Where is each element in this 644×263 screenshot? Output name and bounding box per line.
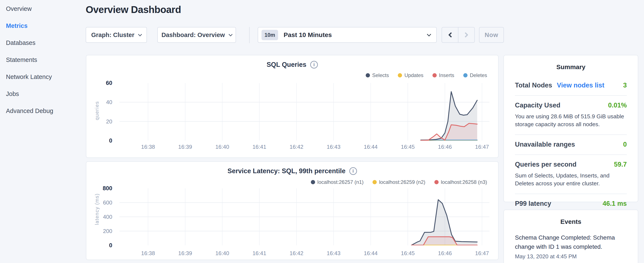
chevron-down-icon (427, 32, 431, 36)
chart-title: Service Latency: SQL, 99th percentile (228, 167, 346, 175)
summary-row-unavailable-ranges: Unavailable ranges 0 (515, 134, 627, 154)
summary-row-value: 3 (623, 82, 627, 89)
page-title: Overview Dashboard (86, 4, 181, 15)
y-tick-label: 600 (95, 199, 112, 206)
service-latency-chart-card: Service Latency: SQL, 99th percentile i … (86, 161, 498, 260)
time-window-label: Past 10 Minutes (284, 31, 332, 39)
legend-item[interactable]: localhost:26258 (n3) (434, 179, 487, 185)
chart-legend: SelectsUpdatesInsertsDeletes (366, 72, 487, 78)
legend-label: Deletes (470, 72, 487, 78)
sidebar-item-jobs[interactable]: Jobs (6, 91, 85, 97)
info-icon[interactable]: i (310, 61, 318, 69)
sidebar-item-advanced-debug[interactable]: Advanced Debug (6, 108, 85, 114)
x-tick-label: 16:43 (326, 250, 340, 256)
sidebar-item-network-latency[interactable]: Network Latency (6, 74, 85, 80)
x-tick-label: 16:39 (178, 144, 192, 150)
y-tick-label: 20 (95, 118, 112, 125)
x-tick-label: 16:45 (401, 250, 415, 256)
toolbar-divider (249, 27, 250, 43)
dashboard-dropdown[interactable]: Dashboard: Overview (157, 27, 236, 43)
summary-row-value: 0.01% (608, 102, 627, 109)
x-tick-label: 16:39 (178, 250, 192, 256)
event-message: Schema Change Completed: Schema change w… (515, 233, 627, 251)
legend-label: localhost:26258 (n3) (441, 179, 487, 185)
now-button[interactable]: Now (479, 27, 504, 43)
info-icon[interactable]: i (349, 167, 357, 175)
sidebar-item-overview[interactable]: Overview (6, 6, 85, 12)
legend-label: Updates (404, 72, 423, 78)
x-tick-label: 16:44 (364, 250, 378, 256)
legend-dot-icon (434, 180, 438, 184)
time-nav-group (442, 27, 475, 43)
x-tick-label: 16:45 (401, 144, 415, 150)
summary-row-queries-per-second: Queries per second 59.7 Sum of Selects, … (515, 154, 627, 194)
sidebar-item-metrics[interactable]: Metrics (6, 23, 85, 29)
summary-row-value: 0 (623, 141, 627, 148)
legend-item[interactable]: localhost:26257 (n1) (311, 179, 364, 185)
legend-item[interactable]: Deletes (463, 72, 487, 78)
summary-row-value: 59.7 (614, 161, 627, 168)
summary-row-label: Unavailable ranges (515, 141, 575, 148)
dashboard-dropdown-label: Dashboard: Overview (161, 32, 225, 39)
summary-row-label: P99 latency (515, 200, 551, 207)
x-tick-label: 16:46 (438, 144, 452, 150)
x-tick-label: 16:38 (141, 250, 155, 256)
y-tick-label: 200 (95, 228, 112, 234)
summary-row-label: Queries per second (515, 161, 576, 168)
y-tick-label: 800 (95, 185, 112, 192)
legend-label: localhost:26259 (n2) (379, 179, 425, 185)
overview-dashboard-page: { "sidebar": { "items": [ {"label": "Ove… (0, 0, 644, 263)
legend-label: localhost:26257 (n1) (318, 179, 364, 185)
graph-dropdown[interactable]: Graph: Cluster (86, 27, 147, 43)
sidebar-item-databases[interactable]: Databases (6, 40, 85, 46)
event-item[interactable]: Schema Change Completed: Schema change w… (504, 225, 638, 260)
time-prev-button[interactable] (442, 28, 458, 42)
x-tick-label: 16:44 (364, 144, 378, 150)
x-tick-label: 16:40 (216, 250, 229, 256)
x-tick-label: 16:41 (252, 144, 266, 150)
x-tick-label: 16:42 (290, 250, 304, 256)
y-tick-label: 0 (95, 137, 112, 144)
x-tick-label: 16:41 (252, 250, 266, 256)
x-tick-label: 16:47 (475, 144, 489, 150)
legend-dot-icon (366, 73, 370, 78)
view-nodes-list-link[interactable]: View nodes list (557, 82, 604, 89)
x-tick-label: 16:43 (326, 144, 340, 150)
time-next-button[interactable] (458, 28, 474, 42)
summary-row-value: 46.1 ms (602, 200, 627, 207)
events-panel: Events Schema Change Completed: Schema c… (504, 210, 638, 263)
summary-panel: Summary Total Nodes View nodes list 3 Ca… (504, 55, 638, 202)
y-tick-label: 400 (95, 214, 112, 220)
legend-dot-icon (398, 73, 402, 78)
chevron-down-icon (228, 32, 232, 36)
x-tick-label: 16:46 (438, 250, 452, 256)
legend-item[interactable]: Updates (398, 72, 423, 78)
summary-row-total-nodes: Total Nodes View nodes list 3 (515, 76, 627, 95)
legend-item[interactable]: Selects (366, 72, 389, 78)
sidebar: Overview Metrics Databases Statements Ne… (0, 0, 85, 263)
legend-dot-icon (372, 180, 377, 184)
legend-dot-icon (432, 73, 437, 78)
legend-label: Selects (372, 72, 389, 78)
time-window-select[interactable]: 10m Past 10 Minutes (258, 27, 437, 43)
x-tick-label: 16:42 (290, 144, 304, 150)
event-timestamp: May 13, 2020 at 4:45 PM (515, 253, 627, 260)
legend-dot-icon (311, 180, 315, 184)
chevron-down-icon (138, 32, 142, 36)
events-title: Events (504, 218, 638, 225)
legend-item[interactable]: Inserts (432, 72, 454, 78)
y-axis-label: queries (94, 103, 100, 120)
chart-title: SQL Queries (266, 61, 306, 69)
y-tick-label: 0 (95, 242, 112, 249)
graph-dropdown-label: Graph: Cluster (91, 32, 134, 39)
x-tick-label: 16:47 (475, 250, 489, 256)
sidebar-item-statements[interactable]: Statements (6, 57, 85, 63)
legend-dot-icon (463, 73, 468, 78)
chart-plot-area[interactable] (120, 83, 490, 141)
summary-row-label: Capacity Used (515, 102, 560, 109)
chart-plot-area[interactable] (120, 188, 490, 245)
summary-row-subtext: Sum of Selects, Updates, Inserts, and De… (515, 172, 627, 187)
legend-item[interactable]: localhost:26259 (n2) (372, 179, 425, 185)
y-tick-label: 40 (95, 99, 112, 106)
sql-queries-chart-card: SQL Queries i SelectsUpdatesInsertsDelet… (86, 55, 498, 158)
